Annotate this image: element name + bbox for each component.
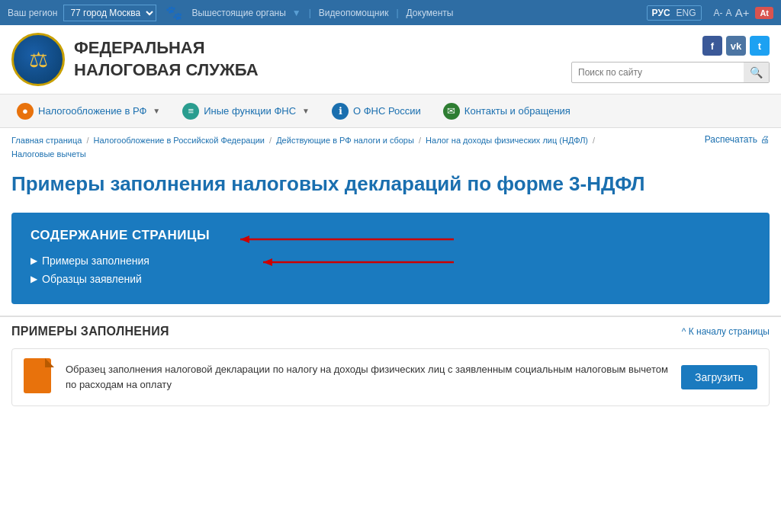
toc-box: СОДЕРЖАНИЕ СТРАНИЦЫ ▶ Примеры заполнения… [11,213,770,304]
nav-label-contacts: Контакты и обращения [464,105,570,117]
toc-link-samples[interactable]: ▶ Образцы заявлений [31,273,750,285]
toc-links: ▶ Примеры заполнения ▶ Образцы заявлений [31,255,750,285]
toc-link-samples-label: Образцы заявлений [42,273,142,285]
toc-title: СОДЕРЖАНИЕ СТРАНИЦЫ [31,228,750,243]
org-name: ФЕДЕРАЛЬНАЯ НАЛОГОВАЯ СЛУЖБА [74,37,259,81]
nav-label-taxation: Налогообложение в РФ [38,105,146,117]
font-size-group: А- А А+ [714,6,750,19]
document-card: Образец заполнения налоговой декларации … [11,348,770,406]
nav-link-higher-organs[interactable]: Вышестоящие органы [191,8,285,18]
functions-icon: ≡ [182,103,199,120]
social-icons: f vk t [702,36,770,56]
site-header: ФЕДЕРАЛЬНАЯ НАЛОГОВАЯ СЛУЖБА f vk t 🔍 [0,25,781,95]
back-top-label: ^ К началу страницы [682,326,770,337]
region-select[interactable]: 77 город Москва [63,5,156,21]
print-icon: 🖨 [760,134,770,145]
top-bar: Ваш регион 77 город Москва 🐾 Вышестоящие… [0,0,781,25]
nav-item-about[interactable]: ℹ О ФНС России [323,95,430,127]
section-header-examples: ПРИМЕРЫ ЗАПОЛНЕНИЯ ^ К началу страницы [0,316,781,342]
card-description: Образец заполнения налоговой декларации … [66,362,670,392]
logo-emblem [11,33,65,86]
nav-item-functions[interactable]: ≡ Иные функции ФНС ▼ [173,95,319,127]
download-button[interactable]: Загрузить [681,365,757,389]
region-label: Ваш регион [8,8,57,18]
at-badge: At [755,7,773,19]
nav-label-functions: Иные функции ФНС [204,105,296,117]
print-button[interactable]: Распечатать 🖨 [705,134,770,145]
nav-link-docs[interactable]: Документы [407,8,454,18]
breadcrumb-taxes[interactable]: Действующие в РФ налоги и сборы [276,136,414,145]
facebook-icon[interactable]: f [702,36,722,56]
breadcrumb-home[interactable]: Главная страница [11,136,82,145]
language-switcher: РУС ENG [647,5,702,21]
nav-item-contacts[interactable]: ✉ Контакты и обращения [434,95,580,127]
contacts-icon: ✉ [443,103,460,120]
page-title: Примеры заполнения налоговых деклараций … [11,171,770,197]
toc-link-examples[interactable]: ▶ Примеры заполнения [31,255,750,267]
breadcrumb-taxation[interactable]: Налогообложение в Российской Федерации [94,136,265,145]
chevron-down-icon: ▼ [153,107,160,115]
search-button[interactable]: 🔍 [744,62,769,82]
header-right: f vk t 🔍 [571,36,770,83]
nav-label-about: О ФНС России [353,105,421,117]
search-input[interactable] [572,63,744,82]
about-icon: ℹ [332,103,349,120]
print-label: Распечатать [705,134,757,145]
arrow-icon-2: ▶ [31,274,37,284]
search-box: 🔍 [571,62,770,83]
vk-icon[interactable]: vk [726,36,746,56]
chevron-down-icon-2: ▼ [302,107,310,115]
nav-link-video[interactable]: Видеопомощник [319,8,389,18]
section-title-examples: ПРИМЕРЫ ЗАПОЛНЕНИЯ [11,325,169,338]
page-title-area: Примеры заполнения налоговых деклараций … [0,164,781,209]
document-icon [24,358,54,396]
lang-en[interactable]: ENG [677,8,696,18]
back-to-top-link[interactable]: ^ К началу страницы [682,326,770,337]
logo-area: ФЕДЕРАЛЬНАЯ НАЛОГОВАЯ СЛУЖБА [11,33,259,86]
breadcrumb: Главная страница / Налогообложение в Рос… [11,134,597,161]
twitter-icon[interactable]: t [750,36,770,56]
arrow-icon: ▶ [31,255,37,266]
breadcrumb-ndfl[interactable]: Налог на доходы физических лиц (НДФЛ) [426,136,588,145]
font-normal[interactable]: А [726,8,732,18]
breadcrumb-deductions[interactable]: Налоговые вычеты [11,149,86,159]
lang-ru[interactable]: РУС [652,8,670,18]
font-decrease[interactable]: А- [714,8,723,18]
font-increase[interactable]: А+ [735,6,750,19]
taxation-icon: ● [17,103,34,120]
main-nav: ● Налогообложение в РФ ▼ ≡ Иные функции … [0,95,781,128]
breadcrumb-area: Главная страница / Налогообложение в Рос… [0,128,781,164]
toc-link-examples-label: Примеры заполнения [42,255,149,267]
nav-item-taxation[interactable]: ● Налогообложение в РФ ▼ [8,95,169,127]
